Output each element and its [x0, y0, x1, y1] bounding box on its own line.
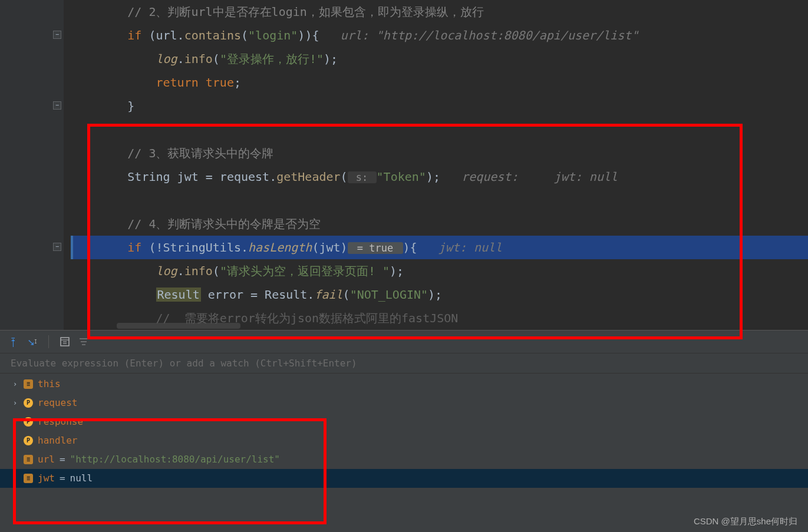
- param-icon: P: [24, 436, 33, 445]
- variables-panel[interactable]: › ≡ this › P request › P response › P ha…: [0, 374, 808, 532]
- inline-hint-url: url: "http://localhost:8080/api/user/lis…: [341, 28, 639, 42]
- param-icon: P: [24, 417, 33, 427]
- variable-handler[interactable]: › P handler: [0, 431, 808, 450]
- param-hint: s:: [348, 171, 377, 183]
- calculator-icon[interactable]: [60, 336, 70, 347]
- object-icon: ≡: [24, 379, 33, 389]
- chevron-right-icon[interactable]: ›: [13, 431, 19, 450]
- code-content[interactable]: // 2、判断url中是否存在login，如果包含，即为登录操纵，放行 if (…: [64, 0, 808, 330]
- comment: // 4、判断请求头中的令牌是否为空: [127, 217, 321, 231]
- keyword-return: return true: [156, 75, 234, 90]
- upload-icon[interactable]: ⭱: [8, 336, 19, 347]
- keyword-if: if: [127, 28, 149, 42]
- variable-request[interactable]: › P request: [0, 394, 808, 412]
- fold-icon[interactable]: −: [53, 31, 61, 39]
- param-icon: P: [24, 398, 33, 408]
- current-execution-line: if (!StringUtils.hasLength(jwt) = true )…: [71, 236, 808, 259]
- svg-rect-4: [80, 338, 88, 339]
- inline-eval-result: = true: [348, 242, 403, 254]
- comment: // 2、判断url中是否存在login，如果包含，即为登录操纵，放行: [127, 5, 484, 19]
- gutter: − − −: [0, 0, 64, 330]
- separator: [48, 335, 49, 348]
- filter-icon[interactable]: [78, 336, 89, 347]
- variable-this[interactable]: › ≡ this: [0, 375, 808, 394]
- object-icon: ≡: [24, 474, 33, 483]
- evaluate-placeholder: Evaluate expression (Enter) or add a wat…: [11, 358, 357, 369]
- fold-icon[interactable]: −: [53, 243, 61, 251]
- cursor-icon[interactable]: ➘I: [27, 336, 38, 347]
- svg-rect-5: [81, 341, 87, 342]
- evaluate-expression-input[interactable]: Evaluate expression (Enter) or add a wat…: [0, 353, 808, 374]
- inline-hint-jwt: jwt: null: [438, 240, 502, 255]
- horizontal-scrollbar[interactable]: [117, 323, 240, 329]
- inline-hint-jwt: jwt: null: [554, 170, 618, 184]
- chevron-right-icon[interactable]: ›: [13, 394, 19, 412]
- comment: // 3、获取请求头中的令牌: [127, 146, 273, 160]
- chevron-right-icon[interactable]: ›: [13, 375, 19, 394]
- chevron-right-icon[interactable]: ›: [13, 412, 19, 431]
- variable-url[interactable]: ≡ url = "http://localhost:8080/api/user/…: [0, 450, 808, 469]
- svg-rect-6: [82, 344, 85, 345]
- debugger-toolbar: ⭱ ➘I: [0, 330, 808, 353]
- breakpoint-stripe: [71, 236, 73, 259]
- watermark: CSDN @望月思she何时归: [694, 516, 797, 527]
- variable-response[interactable]: › P response: [0, 412, 808, 431]
- code-editor[interactable]: − − − // 2、判断url中是否存在login，如果包含，即为登录操纵，放…: [0, 0, 808, 330]
- object-icon: ≡: [24, 455, 33, 464]
- inline-hint-request: request:: [461, 170, 518, 184]
- fold-icon[interactable]: −: [53, 101, 61, 110]
- variable-jwt[interactable]: ≡ jwt = null: [0, 469, 808, 488]
